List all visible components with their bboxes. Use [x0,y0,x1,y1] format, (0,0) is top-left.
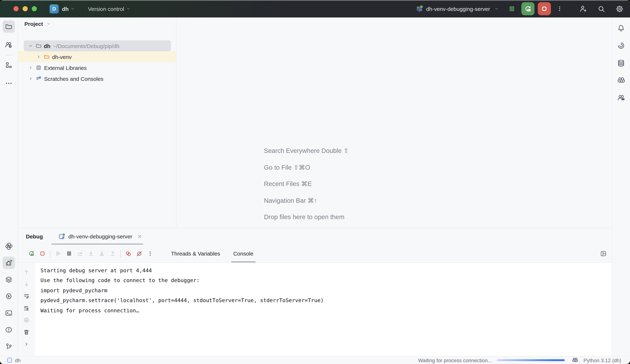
down-stack-trace-icon[interactable] [22,279,31,289]
scroll-to-end-icon[interactable] [22,303,31,313]
tree-row-dh-venv[interactable]: dh-venv [18,51,176,62]
right-tool-strip [612,17,630,356]
pause-program-button[interactable] [508,5,516,12]
code-with-me-chat-icon[interactable] [615,92,627,104]
progress-bar[interactable] [497,360,565,361]
status-progress-text[interactable]: Waiting for process connection... [418,357,492,363]
rerun-debug-button[interactable] [521,2,534,15]
project-panel-header[interactable]: Project [24,21,51,27]
project-panel-title: Project [24,21,43,27]
debug-console-output[interactable]: Starting debug server at port 4,444Use t… [35,263,612,356]
database-icon[interactable] [615,57,627,69]
tab-console[interactable]: Console [233,245,254,262]
pause-program-icon[interactable] [64,248,74,259]
tree-label: External Libraries [44,65,86,71]
active-tab-underline [231,261,256,262]
problems-tool-button[interactable] [2,324,15,336]
soft-wrap-icon[interactable] [22,291,31,301]
chevron-right-icon[interactable] [26,65,35,70]
version-control-menu[interactable]: Version control [88,6,124,12]
layout-settings-icon[interactable] [600,245,607,262]
view-breakpoints-icon[interactable] [123,248,134,259]
ai-robot-icon[interactable] [572,357,578,363]
step-over-icon[interactable] [74,248,85,259]
stop-button[interactable] [538,2,551,15]
notifications-bell-icon[interactable] [615,22,627,34]
print-icon[interactable] [22,315,31,325]
console-line: Starting debug server at port 4,444 [40,266,612,276]
chevron-down-icon [70,6,75,11]
folder-icon [35,43,43,49]
chevron-right-icon[interactable] [22,339,31,349]
tab-label: Console [233,250,254,257]
structure-tool-button[interactable] [2,59,15,71]
up-stack-trace-icon[interactable] [22,267,31,277]
shortcut-navigation-bar: Navigation Bar ⌘↑ [264,192,349,209]
stop-icon[interactable] [37,248,48,259]
ai-assistant-icon[interactable] [615,39,627,52]
project-tree: dh ~/Documents/Debug/pip/dh dh-venv [18,40,176,84]
tab-label: Threads & Variables [171,250,220,257]
more-actions-kebab[interactable] [557,6,562,12]
status-project-name: dh [15,357,20,363]
run-config-icon [58,233,66,240]
debug-tool-button[interactable] [2,257,15,269]
chevron-right-icon[interactable] [35,55,43,59]
empty-state-shortcuts: Search Everywhere Double ⇧ Go to File ⇧⌘… [264,143,349,225]
chevron-down-icon[interactable] [26,44,35,48]
tab-threads-variables[interactable]: Threads & Variables [171,245,220,262]
debug-toolbar: Threads & Variables Console [18,245,612,262]
debug-session-tab[interactable]: dh-venv-debugging-server ✕ [58,233,142,240]
ai-agent-robot-icon[interactable] [615,74,627,87]
settings-gear-icon[interactable] [616,5,624,12]
run-config-icon [416,5,424,13]
search-everywhere-icon[interactable] [598,5,605,12]
tree-label: Scratches and Consoles [44,76,103,82]
status-interpreter[interactable]: Python 3.12 (dh) [584,357,621,363]
force-step-into-icon[interactable] [96,248,107,259]
run-config-name: dh-venv-debugging-server [426,6,490,12]
shortcut-search-everywhere: Search Everywhere Double ⇧ [264,143,349,159]
minimize-window-button[interactable] [22,6,28,11]
step-into-icon[interactable] [85,248,96,259]
more-tool-windows-button[interactable] [2,77,15,90]
mute-breakpoints-icon[interactable] [134,248,145,259]
run-configuration-selector[interactable]: dh-venv-debugging-server [416,5,499,13]
clear-console-trash-icon[interactable] [22,327,31,337]
left-tool-strip: ? [0,17,18,356]
debug-tool-window: Debug dh-venv-debugging-server ✕ [18,228,612,356]
project-name-menu[interactable]: dh [62,6,69,12]
status-project-widget[interactable]: dh [7,357,20,363]
folder-excluded-icon [43,54,51,60]
run-tool-button[interactable] [2,290,15,303]
close-window-button[interactable] [14,6,18,11]
close-icon[interactable]: ✕ [138,233,142,240]
step-out-icon[interactable] [107,248,118,259]
chevron-right-icon[interactable] [26,76,35,81]
services-tool-button[interactable] [2,273,15,286]
tree-row-external-libraries[interactable]: External Libraries [18,62,176,73]
tree-row-dh[interactable]: dh ~/Documents/Debug/pip/dh [24,40,171,51]
selected-tab-indicator [52,243,143,245]
console-line: pydevd_pycharm.settrace('localhost', por… [40,296,612,306]
project-tool-button[interactable] [2,20,15,33]
resume-program-icon[interactable] [52,248,64,259]
tree-path: ~/Documents/Debug/pip/dh [53,43,120,49]
terminal-tool-button[interactable] [2,307,15,319]
rerun-debug-icon[interactable] [26,248,37,259]
window-controls[interactable] [14,6,37,11]
libraries-icon [35,65,43,71]
chevron-down-icon [126,6,130,11]
pull-requests-tool-button[interactable]: ? [2,39,15,51]
tree-label: dh [44,43,50,49]
python-packages-tool-button[interactable] [2,240,15,252]
project-panel: Project dh ~/Documents/Debug/pip/dh [18,17,176,228]
project-color-icon [7,358,12,363]
code-with-me-add-user-icon[interactable] [579,5,587,12]
version-control-tool-button[interactable] [2,340,15,353]
console-line: Use the following code to connect to the… [40,276,612,286]
zoom-window-button[interactable] [32,6,37,11]
tree-row-scratches[interactable]: Scratches and Consoles [18,73,176,84]
more-options-kebab[interactable] [145,248,156,259]
project-badge[interactable]: D [50,4,59,13]
